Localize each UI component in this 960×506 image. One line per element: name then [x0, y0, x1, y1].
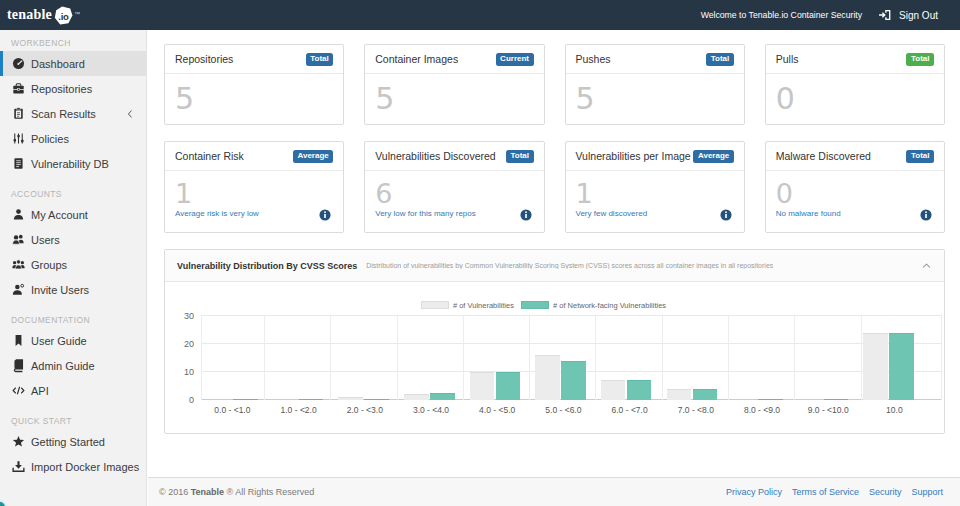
card-body: 1Average risk is very low: [165, 171, 343, 232]
sidebar-item-admin-guide[interactable]: Admin Guide: [0, 353, 146, 378]
bar-network-facing-0[interactable]: [233, 399, 258, 401]
tenable-io-logo[interactable]: tenable .io ™: [7, 6, 80, 25]
sidebar-item-scan-results[interactable]: Scan Results: [0, 101, 146, 126]
sidebar-item-dashboard[interactable]: Dashboard: [0, 51, 146, 76]
card-header: Container RiskAverage: [165, 142, 343, 171]
bar-network-facing-6[interactable]: [627, 380, 652, 400]
info-icon[interactable]: [520, 209, 532, 221]
card-header: Vulnerabilities per ImageAverage: [566, 142, 744, 171]
legend-swatch: [521, 301, 549, 309]
v-gridline: [529, 316, 530, 400]
y-tick-label: 10: [184, 367, 194, 377]
sidebar-item-label: Import Docker Images: [31, 461, 139, 473]
bar-vulnerabilities-4[interactable]: [470, 372, 495, 400]
stat-card-container-risk: Container RiskAverage1Average risk is ve…: [164, 141, 344, 233]
v-gridline: [463, 316, 464, 400]
logo-wordmark: tenable: [7, 7, 52, 23]
sign-out-label: Sign Out: [899, 10, 938, 21]
stat-card-repositories: RepositoriesTotal5: [164, 44, 344, 125]
users-icon: [12, 233, 25, 246]
bar-network-facing-7[interactable]: [693, 389, 718, 400]
card-badge: Total: [906, 53, 934, 66]
sidebar-item-users[interactable]: Users: [0, 227, 146, 252]
v-gridline: [662, 316, 663, 400]
sidebar-item-label: Users: [31, 234, 60, 246]
stat-value: 0: [776, 181, 933, 207]
info-icon[interactable]: [720, 209, 732, 221]
chevron-left-icon[interactable]: [125, 109, 135, 119]
sidebar-section-label: QUICK START: [0, 416, 146, 427]
sidebar-item-api[interactable]: API: [0, 378, 146, 403]
bar-vulnerabilities-6[interactable]: [601, 380, 626, 400]
sidebar-item-label: API: [31, 385, 49, 397]
x-tick-label: 0.0 - <1.0: [214, 405, 250, 415]
sign-out-button[interactable]: Sign Out: [878, 8, 938, 22]
footer-link-support[interactable]: Support: [911, 487, 943, 497]
card-title: Repositories: [175, 53, 233, 65]
legend-label: # of Network-facing Vulnerabilities: [553, 301, 666, 310]
card-body: 0No malware found: [766, 171, 944, 232]
sidebar-item-getting-started[interactable]: Getting Started: [0, 429, 146, 454]
bar-network-facing-8[interactable]: [758, 399, 783, 401]
api-icon: [12, 384, 25, 397]
card-title: Pushes: [576, 53, 611, 65]
sidebar-item-label: Invite Users: [31, 284, 89, 296]
info-icon[interactable]: [920, 209, 932, 221]
policies-icon: [12, 132, 25, 145]
collapse-panel-button[interactable]: [921, 260, 932, 271]
card-badge: Total: [706, 53, 734, 66]
h-gridline: [201, 343, 942, 344]
footer-link-security[interactable]: Security: [869, 487, 902, 497]
sidebar-item-vulnerability-db[interactable]: Vulnerability DB: [0, 151, 146, 176]
admin-guide-icon: [12, 359, 25, 372]
sidebar-item-repositories[interactable]: Repositories: [0, 76, 146, 101]
sidebar-item-user-guide[interactable]: User Guide: [0, 328, 146, 353]
card-header: Container ImagesCurrent: [365, 45, 543, 74]
bar-chart-plot: 0102030: [201, 316, 942, 400]
bar-network-facing-4[interactable]: [496, 372, 521, 400]
bar-network-facing-2[interactable]: [364, 399, 389, 401]
sidebar-section-label: WORKBENCH: [0, 38, 146, 49]
bar-network-facing-5[interactable]: [561, 361, 586, 400]
sidebar-item-label: Groups: [31, 259, 67, 271]
panel-subtitle: Distribution of vulnerabilities by Commo…: [366, 262, 773, 269]
stat-value: 5: [175, 81, 194, 116]
x-tick-label: 4.0 - <5.0: [479, 405, 515, 415]
bar-vulnerabilities-2[interactable]: [338, 397, 363, 400]
v-gridline: [397, 316, 398, 400]
copyright-suffix: ® All Rights Reserved: [224, 487, 314, 497]
stat-value: 1: [175, 181, 332, 207]
bar-vulnerabilities-10[interactable]: [863, 333, 888, 400]
card-header: Vulnerabilities DiscoveredTotal: [365, 142, 543, 171]
stat-card-vulnerabilities-discovered: Vulnerabilities DiscoveredTotal6Very low…: [364, 141, 544, 233]
v-gridline: [330, 316, 331, 400]
bar-network-facing-1[interactable]: [299, 399, 324, 401]
bar-vulnerabilities-7[interactable]: [667, 389, 692, 400]
card-title: Container Images: [375, 53, 458, 65]
sidebar-item-import-docker-images[interactable]: Import Docker Images: [0, 454, 146, 479]
bar-network-facing-10[interactable]: [889, 333, 914, 400]
stat-card-pulls: PullsTotal0: [765, 44, 945, 125]
sidebar-item-policies[interactable]: Policies: [0, 126, 146, 151]
sidebar-item-my-account[interactable]: My Account: [0, 202, 146, 227]
bar-network-facing-9[interactable]: [824, 399, 849, 401]
footer-link-terms-of-service[interactable]: Terms of Service: [792, 487, 859, 497]
bar-vulnerabilities-5[interactable]: [535, 355, 560, 400]
x-tick-label: 8.0 - <9.0: [744, 405, 780, 415]
stats-row-2: Container RiskAverage1Average risk is ve…: [164, 141, 945, 233]
bar-network-facing-3[interactable]: [430, 393, 455, 400]
sidebar-item-label: Repositories: [31, 83, 92, 95]
stat-value: 5: [576, 81, 595, 116]
sidebar-item-groups[interactable]: Groups: [0, 252, 146, 277]
sidebar-nav: WORKBENCHDashboardRepositoriesScan Resul…: [0, 30, 147, 506]
copyright-brand: Tenable: [191, 487, 224, 497]
x-tick-label: 2.0 - <3.0: [347, 405, 383, 415]
info-icon[interactable]: [319, 209, 331, 221]
cvss-distribution-panel: Vulnerability Distribution By CVSS Score…: [164, 249, 945, 434]
bar-vulnerabilities-3[interactable]: [404, 394, 429, 400]
footer-link-privacy-policy[interactable]: Privacy Policy: [726, 487, 782, 497]
sidebar-item-invite-users[interactable]: Invite Users: [0, 277, 146, 302]
stat-card-container-images: Container ImagesCurrent5: [364, 44, 544, 125]
card-badge: Current: [496, 53, 534, 66]
logo-hexagon-icon: .io: [54, 6, 73, 25]
